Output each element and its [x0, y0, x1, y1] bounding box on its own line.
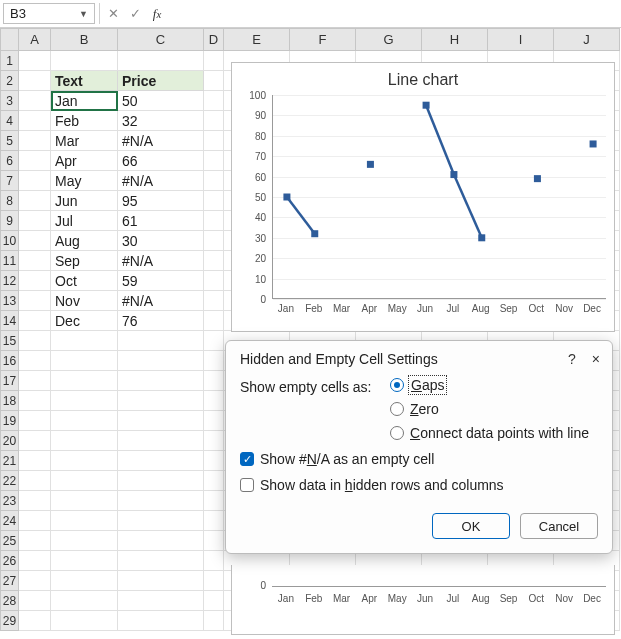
cell[interactable]: Feb: [51, 111, 118, 131]
cell[interactable]: Mar: [51, 131, 118, 151]
cell[interactable]: [118, 451, 204, 471]
cell[interactable]: [19, 391, 51, 411]
cell[interactable]: [118, 51, 204, 71]
cell[interactable]: [51, 571, 118, 591]
cell[interactable]: [204, 211, 224, 231]
cell[interactable]: [204, 351, 224, 371]
cell[interactable]: [204, 231, 224, 251]
cell[interactable]: [19, 511, 51, 531]
cell[interactable]: [19, 51, 51, 71]
cell[interactable]: [204, 71, 224, 91]
cell[interactable]: [204, 451, 224, 471]
row-header[interactable]: 2: [1, 71, 19, 91]
select-all-corner[interactable]: [1, 29, 19, 51]
cell[interactable]: [51, 391, 118, 411]
row-header[interactable]: 13: [1, 291, 19, 311]
cell[interactable]: [204, 131, 224, 151]
column-header[interactable]: H: [422, 29, 488, 51]
cell[interactable]: [51, 451, 118, 471]
cell[interactable]: [204, 611, 224, 631]
cell[interactable]: [19, 571, 51, 591]
cell[interactable]: [19, 551, 51, 571]
cell[interactable]: [51, 511, 118, 531]
cell[interactable]: 66: [118, 151, 204, 171]
cell[interactable]: [118, 411, 204, 431]
ok-button[interactable]: OK: [432, 513, 510, 539]
cell[interactable]: [51, 471, 118, 491]
cell[interactable]: [118, 551, 204, 571]
radio-connect[interactable]: Connect data points with line: [390, 425, 589, 441]
row-header[interactable]: 3: [1, 91, 19, 111]
cell[interactable]: [19, 231, 51, 251]
row-header[interactable]: 17: [1, 371, 19, 391]
cell[interactable]: [204, 411, 224, 431]
cell[interactable]: [204, 431, 224, 451]
radio-gaps[interactable]: Gaps: [390, 377, 589, 393]
row-header[interactable]: 23: [1, 491, 19, 511]
cell[interactable]: [19, 531, 51, 551]
cell[interactable]: 30: [118, 231, 204, 251]
row-header[interactable]: 25: [1, 531, 19, 551]
help-icon[interactable]: ?: [568, 351, 576, 367]
cell[interactable]: [19, 91, 51, 111]
row-header[interactable]: 8: [1, 191, 19, 211]
cell[interactable]: May: [51, 171, 118, 191]
cell[interactable]: [204, 291, 224, 311]
dialog-titlebar[interactable]: Hidden and Empty Cell Settings ? ×: [226, 341, 612, 373]
confirm-edit-icon[interactable]: ✓: [124, 0, 146, 27]
cell[interactable]: #N/A: [118, 291, 204, 311]
cell[interactable]: [204, 51, 224, 71]
cell[interactable]: [204, 551, 224, 571]
chart-card-bottom-fragment[interactable]: 0JanFebMarAprMayJunJulAugSepOctNovDec: [231, 565, 615, 635]
column-header[interactable]: B: [51, 29, 118, 51]
column-header[interactable]: D: [204, 29, 224, 51]
cell[interactable]: Dec: [51, 311, 118, 331]
row-header[interactable]: 11: [1, 251, 19, 271]
row-header[interactable]: 12: [1, 271, 19, 291]
cell[interactable]: [51, 331, 118, 351]
cell[interactable]: [51, 431, 118, 451]
cell[interactable]: [204, 251, 224, 271]
cell[interactable]: Sep: [51, 251, 118, 271]
cell[interactable]: Jun: [51, 191, 118, 211]
cell[interactable]: [118, 591, 204, 611]
cell[interactable]: [204, 571, 224, 591]
cell[interactable]: [204, 511, 224, 531]
row-header[interactable]: 27: [1, 571, 19, 591]
cell[interactable]: [204, 371, 224, 391]
cell[interactable]: [118, 511, 204, 531]
cell[interactable]: [19, 351, 51, 371]
cell[interactable]: [118, 471, 204, 491]
cell[interactable]: Aug: [51, 231, 118, 251]
cell[interactable]: Price: [118, 71, 204, 91]
row-header[interactable]: 4: [1, 111, 19, 131]
cell[interactable]: [204, 271, 224, 291]
row-header[interactable]: 18: [1, 391, 19, 411]
row-header[interactable]: 15: [1, 331, 19, 351]
row-header[interactable]: 28: [1, 591, 19, 611]
row-header[interactable]: 5: [1, 131, 19, 151]
row-header[interactable]: 14: [1, 311, 19, 331]
cell[interactable]: [19, 291, 51, 311]
cell[interactable]: [19, 211, 51, 231]
cell[interactable]: [19, 471, 51, 491]
cell[interactable]: [204, 111, 224, 131]
cell[interactable]: [19, 591, 51, 611]
cell[interactable]: 32: [118, 111, 204, 131]
row-header[interactable]: 19: [1, 411, 19, 431]
cell[interactable]: [204, 391, 224, 411]
cell[interactable]: [51, 351, 118, 371]
cell[interactable]: [19, 131, 51, 151]
formula-input[interactable]: [168, 0, 621, 27]
column-header[interactable]: G: [356, 29, 422, 51]
cell[interactable]: [204, 191, 224, 211]
checkbox-show-hidden-data[interactable]: Show data in hidden rows and columns: [240, 477, 598, 493]
cell[interactable]: [51, 591, 118, 611]
cell[interactable]: [19, 451, 51, 471]
row-header[interactable]: 21: [1, 451, 19, 471]
cell[interactable]: [118, 531, 204, 551]
cell[interactable]: Apr: [51, 151, 118, 171]
cell[interactable]: [19, 251, 51, 271]
cell[interactable]: [204, 591, 224, 611]
cell[interactable]: [19, 431, 51, 451]
